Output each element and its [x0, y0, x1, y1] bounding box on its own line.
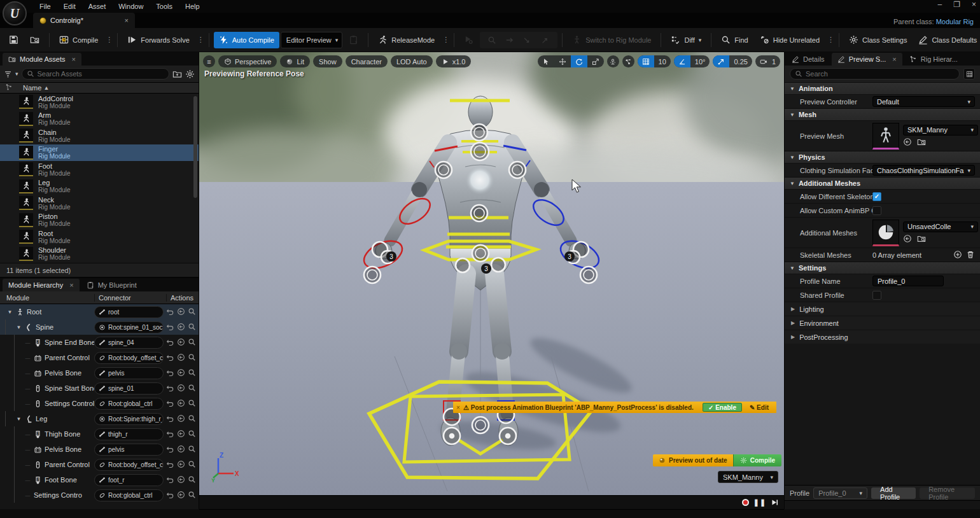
use-selected-icon[interactable] [903, 234, 912, 244]
toolbar-find-button[interactable]: Find [716, 32, 753, 48]
expand-arrow-icon[interactable]: ▼ [6, 309, 13, 315]
tab-module-assets[interactable]: Module Assets × [3, 53, 81, 66]
action-prev-icon[interactable] [177, 353, 185, 363]
browse-to-asset-icon[interactable] [917, 234, 926, 244]
connector-pill[interactable]: pelvis [94, 367, 164, 379]
viewport-pill-perspective[interactable]: Perspective [218, 55, 277, 67]
action-magnify-icon[interactable] [188, 338, 196, 347]
category-physics[interactable]: ▼Physics [785, 151, 980, 163]
tab-details[interactable]: Details [786, 53, 830, 66]
hierarchy-row-root[interactable]: ▼Rootroot [0, 304, 199, 319]
section-postprocessing[interactable]: ▶PostProcessing [785, 330, 980, 344]
toolbar-switch-to-rig-module-button[interactable]: Switch to Rig Module [567, 32, 656, 48]
action-magnify-icon[interactable] [188, 399, 196, 409]
restore-button[interactable]: ❐ [953, 0, 960, 9]
viewport-pill-x1-0[interactable]: x1.0 [436, 55, 472, 67]
action-prev-icon[interactable] [177, 399, 185, 409]
pivot-mode-button[interactable] [607, 55, 619, 67]
hierarchy-row-foot-bone[interactable]: —Foot Bonefoot_r [0, 472, 199, 487]
viewport-pill-lod-auto[interactable]: LOD Auto [391, 55, 433, 67]
profile-select[interactable]: Profile_0▾ [813, 487, 867, 499]
connector-pill[interactable]: Root:spine_01_socket [94, 321, 164, 333]
menu-help[interactable]: Help [179, 0, 206, 13]
toolbar-editor-preview-button[interactable]: Editor Preview▾ [281, 32, 342, 48]
action-undo-icon[interactable] [166, 323, 174, 332]
connector-pill[interactable]: Root:body_offset_ctrl [94, 352, 164, 364]
assets-scrollbar[interactable] [193, 96, 197, 198]
connector-pill[interactable]: Root:global_ctrl [94, 398, 164, 410]
hierarchy-row-leg[interactable]: ▼LegRoot:Spine:thigh_r_socl [0, 411, 199, 426]
checkbox[interactable] [872, 291, 881, 300]
viewport-pill-lit[interactable]: Lit [280, 55, 310, 67]
category-additional-meshes[interactable]: ▼Additional Meshes [785, 177, 980, 189]
category-settings[interactable]: ▼Settings [785, 262, 980, 274]
action-magnify-icon[interactable] [188, 460, 196, 470]
action-undo-icon[interactable] [166, 460, 174, 470]
menu-tools[interactable]: Tools [150, 0, 179, 13]
connector-pill[interactable]: pelvis [94, 444, 164, 456]
hierarchy-row-parent-control[interactable]: —Parent ControlRoot:body_offset_ctrl [0, 457, 199, 472]
3d-viewport[interactable]: 3 3 3 ≡ PerspectiveLitShowCharacterLOD A… [199, 52, 784, 495]
toolbar-save-button[interactable] [4, 32, 24, 48]
action-magnify-icon[interactable] [188, 430, 196, 439]
toolbar-diff-button[interactable]: Diff▾ [666, 32, 706, 48]
delete-elements-icon[interactable] [966, 250, 975, 260]
action-prev-icon[interactable] [177, 475, 185, 485]
hierarchy-column-header[interactable]: ModuleConnectorActions [0, 291, 199, 304]
asset-dropdown[interactable]: SKM_Manny▾ [903, 125, 978, 136]
menu-file[interactable]: File [33, 0, 57, 13]
rotate-tool-button[interactable] [571, 55, 587, 67]
asset-item-shoulder[interactable]: ShoulderRig Module [0, 246, 199, 263]
asset-item-neck[interactable]: NeckRig Module [0, 195, 199, 212]
connector-pill[interactable]: root [94, 306, 164, 318]
checkbox[interactable] [872, 206, 881, 215]
connector-pill[interactable]: Root:Spine:thigh_r_socl [94, 413, 164, 425]
module-hierarchy-close-icon[interactable]: × [69, 281, 73, 289]
asset-dropdown[interactable]: UnsavedColle▾ [903, 221, 978, 232]
minimize-button[interactable]: – [938, 0, 942, 9]
action-magnify-icon[interactable] [188, 323, 196, 332]
text-input[interactable]: Profile_0 [872, 276, 944, 286]
asset-item-root[interactable]: RootRig Module [0, 228, 199, 246]
action-undo-icon[interactable] [166, 307, 174, 317]
add-element-icon[interactable] [953, 250, 962, 260]
action-undo-icon[interactable] [166, 491, 174, 500]
action-magnify-icon[interactable] [188, 414, 196, 424]
settings-gear-icon[interactable] [185, 69, 195, 79]
action-prev-icon[interactable] [177, 445, 185, 454]
action-prev-icon[interactable] [177, 491, 185, 500]
animation-timeline[interactable]: ❚❚ [199, 495, 784, 509]
asset-item-arm[interactable]: ArmRig Module [0, 111, 199, 128]
connector-pill[interactable]: spine_04 [94, 337, 164, 349]
hierarchy-row-parent-control[interactable]: —Parent ControlRoot:body_offset_ctrl [0, 350, 199, 365]
edit-button[interactable]: ✎ Edit [745, 403, 774, 412]
tab-close-icon[interactable]: × [892, 55, 896, 63]
tab-module-hierarchy[interactable]: Module Hierarchy × [3, 279, 80, 291]
hierarchy-row-spine[interactable]: ▼SpineRoot:spine_01_socket [0, 319, 199, 335]
toolbar-compile-options[interactable]: ⋮ [106, 36, 113, 44]
category-mesh[interactable]: ▼Mesh [785, 108, 980, 120]
asset-item-addcontrol[interactable]: AddControlRig Module [0, 94, 199, 111]
action-prev-icon[interactable] [177, 430, 185, 439]
surface-snap-button[interactable] [622, 55, 634, 67]
preview-out-of-date-button[interactable]: Preview out of date [653, 454, 733, 466]
grid-snap-toggle[interactable] [638, 55, 654, 67]
details-search-input[interactable]: Search [790, 68, 960, 80]
action-prev-icon[interactable] [177, 384, 185, 393]
toolbar-hide-unrelated-button[interactable]: Hide Unrelated [755, 32, 825, 48]
action-magnify-icon[interactable] [188, 353, 196, 363]
asset-item-piston[interactable]: PistonRig Module [0, 212, 199, 229]
parent-class-link[interactable]: Modular Rig [936, 18, 974, 25]
toolbar-preview-options-button[interactable] [344, 32, 363, 48]
toolbar-magnify-button[interactable] [486, 32, 498, 48]
filter-icon[interactable] [4, 70, 12, 78]
grid-snap-value[interactable]: 10 [654, 55, 671, 67]
move-tool-button[interactable] [554, 55, 571, 67]
asset-thumbnail[interactable] [872, 220, 899, 246]
viewport-compile-button[interactable]: Compile [733, 454, 781, 466]
menu-window[interactable]: Window [112, 0, 150, 13]
toolbar-hide-unrelated-options[interactable]: ⋮ [827, 36, 834, 44]
action-prev-icon[interactable] [177, 368, 185, 378]
action-magnify-icon[interactable] [188, 475, 196, 485]
toolbar-auto-compile-button[interactable]: Auto Compile [214, 32, 279, 48]
